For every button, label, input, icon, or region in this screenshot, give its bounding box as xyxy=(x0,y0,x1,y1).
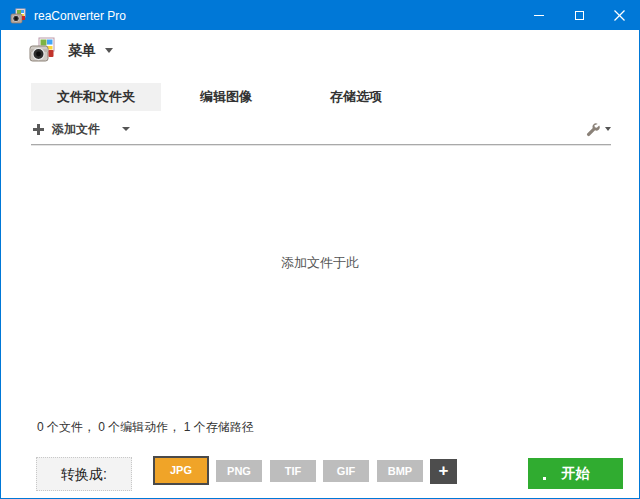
app-window: reaConverter Pro xyxy=(0,0,640,499)
format-button-bmp[interactable]: BMP xyxy=(377,460,423,482)
tools-button[interactable] xyxy=(585,122,611,137)
menu-camera-icon xyxy=(29,37,56,64)
add-files-label: 添加文件 xyxy=(52,121,100,138)
start-icon xyxy=(543,477,546,480)
titlebar[interactable]: reaConverter Pro xyxy=(1,1,639,30)
format-button-png[interactable]: PNG xyxy=(216,460,262,482)
tab-edit-images[interactable]: 编辑图像 xyxy=(161,83,291,111)
plus-icon xyxy=(33,124,44,135)
menu-label: 菜单 xyxy=(68,42,96,60)
maximize-button[interactable] xyxy=(559,1,599,30)
chevron-down-icon[interactable] xyxy=(122,127,130,131)
start-button[interactable]: 开始 xyxy=(528,458,623,489)
minimize-icon xyxy=(534,15,544,16)
add-format-button[interactable]: + xyxy=(430,459,457,484)
chevron-down-icon xyxy=(605,127,611,131)
format-button-jpg[interactable]: JPG xyxy=(153,456,209,485)
menu-button[interactable]: 菜单 xyxy=(29,37,113,64)
chevron-down-icon xyxy=(105,48,113,53)
add-files-button[interactable]: 添加文件 xyxy=(33,121,130,138)
tab-saving-options[interactable]: 存储选项 xyxy=(291,83,421,111)
close-icon xyxy=(614,10,625,21)
maximize-icon xyxy=(575,11,584,20)
format-button-tif[interactable]: TIF xyxy=(270,460,316,482)
close-button[interactable] xyxy=(599,1,639,30)
drop-hint-text: 添加文件于此 xyxy=(2,254,638,272)
file-drop-area[interactable]: 添加文件于此 xyxy=(2,147,638,438)
wrench-icon xyxy=(585,122,600,137)
start-label: 开始 xyxy=(562,465,590,481)
format-button-gif[interactable]: GIF xyxy=(323,460,369,482)
status-summary: 0 个文件， 0 个编辑动作， 1 个存储路径 xyxy=(37,419,254,436)
minimize-button[interactable] xyxy=(519,1,559,30)
tab-files-and-folders[interactable]: 文件和文件夹 xyxy=(31,83,161,111)
tab-bar: 文件和文件夹 编辑图像 存储选项 xyxy=(31,83,421,111)
window-title: reaConverter Pro xyxy=(34,9,126,23)
toolbar-separator xyxy=(31,144,611,145)
convert-to-label: 转换成: xyxy=(36,457,132,491)
app-icon xyxy=(10,8,26,24)
